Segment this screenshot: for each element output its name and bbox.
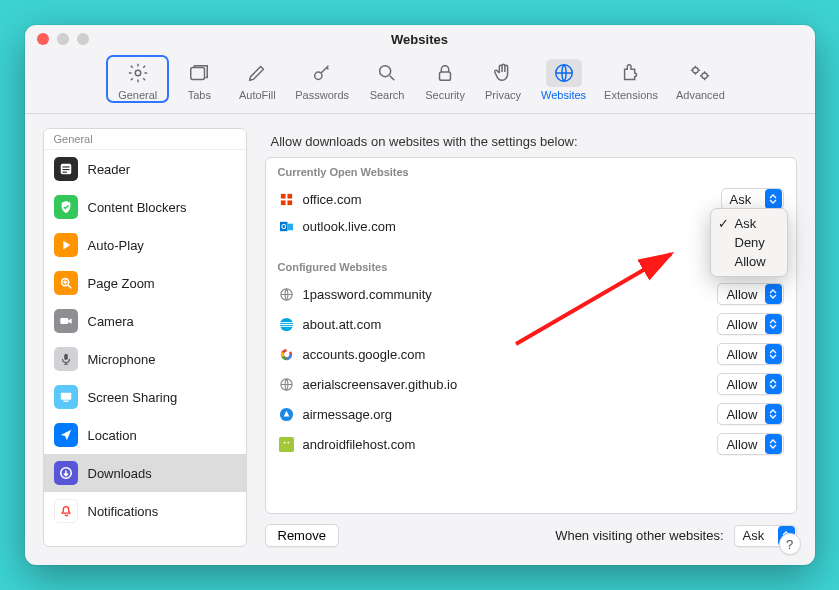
chevron-updown-icon <box>765 344 782 364</box>
tab-label: Extensions <box>604 89 658 101</box>
sidebar-list[interactable]: Reader Content Blockers Auto-Play <box>44 150 246 546</box>
sidebar-item-downloads[interactable]: Downloads <box>44 454 246 492</box>
popup-option-deny[interactable]: Deny <box>711 233 787 252</box>
tab-label: Search <box>370 89 405 101</box>
svg-rect-16 <box>63 401 68 402</box>
tab-search[interactable]: Search <box>359 55 415 103</box>
tab-label: Advanced <box>676 89 725 101</box>
mic-icon <box>54 347 78 371</box>
sidebar-item-page-zoom[interactable]: Page Zoom <box>44 264 246 302</box>
chevron-updown-icon <box>765 434 782 454</box>
site-permission-select[interactable]: Allow <box>717 433 783 455</box>
sidebar-item-notifications[interactable]: Notifications <box>44 492 246 530</box>
site-permission-select[interactable]: Allow <box>717 283 783 305</box>
site-row[interactable]: aerialscreensaver.github.io Allow <box>266 369 796 399</box>
site-name: airmessage.org <box>303 407 710 422</box>
airmessage-icon <box>278 406 295 423</box>
sidebar-item-reader[interactable]: Reader <box>44 150 246 188</box>
site-row[interactable]: accounts.google.com Allow <box>266 339 796 369</box>
chevron-updown-icon <box>765 314 782 334</box>
globe-icon <box>546 59 582 87</box>
location-icon <box>54 423 78 447</box>
globe-icon <box>278 286 295 303</box>
tab-websites[interactable]: Websites <box>533 55 594 103</box>
svg-point-30 <box>283 441 285 443</box>
globe-icon <box>278 376 295 393</box>
tab-passwords[interactable]: Passwords <box>287 55 357 103</box>
chevron-updown-icon <box>765 404 782 424</box>
tab-privacy[interactable]: Privacy <box>475 55 531 103</box>
main-content: General Reader Content Blockers <box>25 114 815 565</box>
tab-extensions[interactable]: Extensions <box>596 55 666 103</box>
site-row[interactable]: airmessage.org Allow <box>266 399 796 429</box>
sidebar-item-microphone[interactable]: Microphone <box>44 340 246 378</box>
site-row[interactable]: androidfilehost.com Allow <box>266 429 796 459</box>
tab-general[interactable]: General <box>106 55 169 103</box>
svg-rect-19 <box>287 193 292 198</box>
popup-option-label: Allow <box>735 254 766 269</box>
tab-autofill[interactable]: AutoFill <box>229 55 285 103</box>
svg-point-31 <box>287 441 289 443</box>
sidebar-item-auto-play[interactable]: Auto-Play <box>44 226 246 264</box>
svg-point-6 <box>693 68 699 74</box>
svg-rect-10 <box>62 169 69 170</box>
svg-point-2 <box>315 72 322 79</box>
android-icon <box>278 436 295 453</box>
svg-rect-14 <box>64 354 68 360</box>
download-icon <box>54 461 78 485</box>
site-row[interactable]: 1password.community Allow <box>266 279 796 309</box>
content-pane: Allow downloads on websites with the set… <box>265 128 797 547</box>
lock-icon <box>427 59 463 87</box>
svg-point-7 <box>702 73 708 79</box>
site-permission-select[interactable]: Allow <box>717 373 783 395</box>
gear-icon <box>120 59 156 87</box>
site-permission-select[interactable]: Allow <box>717 343 783 365</box>
tab-advanced[interactable]: Advanced <box>668 55 733 103</box>
tab-label: Websites <box>541 89 586 101</box>
search-icon <box>369 59 405 87</box>
outlook-icon: O <box>278 218 295 235</box>
websites-list-box: Currently Open Websites office.com Ask <box>265 157 797 514</box>
tab-security[interactable]: Security <box>417 55 473 103</box>
bell-icon <box>54 499 78 523</box>
sidebar-item-label: Screen Sharing <box>88 390 178 405</box>
sidebar-item-label: Camera <box>88 314 134 329</box>
svg-rect-1 <box>191 68 205 80</box>
svg-rect-11 <box>62 172 66 173</box>
tab-tabs[interactable]: Tabs <box>171 55 227 103</box>
svg-rect-18 <box>280 193 285 198</box>
help-button[interactable]: ? <box>779 533 801 555</box>
tab-label: AutoFill <box>239 89 276 101</box>
popup-option-allow[interactable]: Allow <box>711 252 787 271</box>
site-permission-select[interactable]: Allow <box>717 313 783 335</box>
google-icon <box>278 346 295 363</box>
site-permission-select[interactable]: Ask <box>721 188 784 210</box>
sidebar-item-location[interactable]: Location <box>44 416 246 454</box>
remove-button[interactable]: Remove <box>265 524 339 547</box>
preferences-toolbar: General Tabs AutoFill Passwords Search <box>25 53 815 114</box>
open-websites-header: Currently Open Websites <box>266 158 796 184</box>
site-permission-select[interactable]: Allow <box>717 403 783 425</box>
sidebar-item-label: Microphone <box>88 352 156 367</box>
key-icon <box>304 59 340 87</box>
svg-point-0 <box>135 70 141 76</box>
zoom-icon <box>54 271 78 295</box>
sidebar-item-screen-sharing[interactable]: Screen Sharing <box>44 378 246 416</box>
sidebar-item-content-blockers[interactable]: Content Blockers <box>44 188 246 226</box>
svg-rect-23 <box>287 224 293 231</box>
site-name: office.com <box>303 192 713 207</box>
select-value: Allow <box>726 437 763 452</box>
site-row[interactable]: about.att.com Allow <box>266 309 796 339</box>
sidebar-section-header: General <box>44 129 246 150</box>
svg-rect-29 <box>279 437 294 452</box>
tab-label: Passwords <box>295 89 349 101</box>
sidebar-item-label: Downloads <box>88 466 152 481</box>
popup-option-ask[interactable]: ✓ Ask <box>711 214 787 233</box>
popup-option-label: Deny <box>735 235 765 250</box>
sidebar-item-camera[interactable]: Camera <box>44 302 246 340</box>
select-value: Ask <box>743 528 777 543</box>
hand-icon <box>485 59 521 87</box>
svg-point-3 <box>380 66 391 77</box>
site-name: 1password.community <box>303 287 710 302</box>
titlebar: Websites <box>25 25 815 53</box>
